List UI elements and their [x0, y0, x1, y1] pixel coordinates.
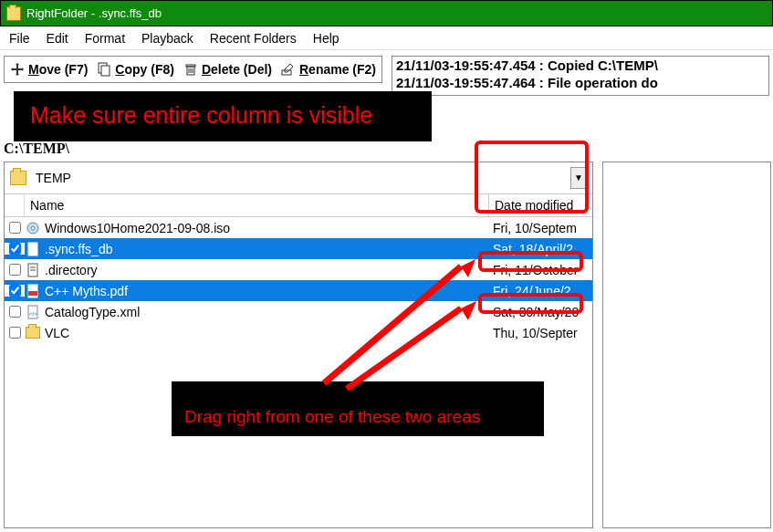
file-type-icon — [25, 263, 41, 277]
file-name: VLC — [45, 326, 489, 340]
table-row[interactable]: .sync.ffs_dbSat, 18/April/2 — [5, 238, 592, 259]
file-date: Sat, 30/May/20 — [489, 305, 592, 319]
table-row[interactable]: VLCThu, 10/Septer — [5, 322, 592, 343]
file-name: C++ Myths.pdf — [45, 284, 489, 298]
header-name[interactable]: Name — [25, 194, 489, 216]
file-type-icon: </> — [25, 305, 41, 319]
folder-icon — [10, 171, 26, 185]
title-bar: RightFolder - .sync.ffs_db — [0, 0, 773, 26]
breadcrumb[interactable]: C:\TEMP\ — [4, 141, 69, 157]
menu-recent-folders[interactable]: Recent Folders — [210, 31, 297, 46]
header-checkbox-col[interactable] — [5, 194, 25, 216]
table-row[interactable]: C++ Myths.pdfFri, 24/June/2 — [5, 280, 592, 301]
row-checkbox[interactable] — [5, 327, 25, 339]
svg-point-9 — [31, 226, 35, 230]
svg-rect-17 — [28, 291, 37, 296]
file-type-icon — [25, 221, 41, 235]
column-headers: Name Date modified — [5, 193, 592, 217]
window-title: RightFolder - .sync.ffs_db — [26, 6, 162, 20]
app-folder-icon — [6, 6, 21, 21]
file-date: Fri, 10/Septem — [489, 221, 592, 235]
rename-button[interactable]: Rename (F2) — [281, 62, 376, 77]
file-type-icon — [25, 326, 41, 340]
menu-format[interactable]: Format — [85, 31, 125, 46]
trash-icon — [183, 62, 198, 77]
file-rows: Windows10Home2021-09-08.isoFri, 10/Septe… — [5, 217, 592, 343]
rename-icon — [281, 62, 296, 77]
file-name: CatalogType.xml — [45, 305, 489, 319]
row-checkbox[interactable] — [5, 264, 25, 276]
path-bar: ▼ — [5, 162, 592, 193]
menu-edit[interactable]: Edit — [47, 31, 68, 46]
log-line: 21/11/03-19:55:47.464 : File operation d… — [396, 75, 765, 92]
file-name: .directory — [45, 263, 489, 277]
svg-text:</>: </> — [29, 311, 37, 317]
row-checkbox[interactable] — [5, 243, 25, 255]
log-panel: 21/11/03-19:55:47.454 : Copied C:\TEMP\ … — [392, 56, 769, 96]
table-row[interactable]: .directoryFri, 11/October — [5, 259, 592, 280]
preview-pane — [602, 162, 771, 528]
annotation-bottom: Drag right from one of these two areas — [172, 381, 544, 436]
file-type-icon — [25, 284, 41, 298]
file-name: .sync.ffs_db — [45, 242, 489, 256]
menu-help[interactable]: Help — [313, 31, 339, 46]
menu-file[interactable]: File — [9, 31, 30, 46]
annotation-top: Make sure entire column is visible — [14, 91, 432, 141]
delete-button[interactable]: Delete (Del) — [183, 62, 272, 77]
log-line: 21/11/03-19:55:47.454 : Copied C:\TEMP\ — [396, 57, 765, 75]
header-date-modified[interactable]: Date modified — [489, 194, 592, 216]
move-icon — [10, 62, 25, 77]
path-input[interactable] — [32, 167, 565, 189]
row-checkbox[interactable] — [5, 222, 25, 234]
menu-bar: File Edit Format Playback Recent Folders… — [0, 26, 773, 50]
file-type-icon — [25, 242, 41, 256]
svg-rect-1 — [101, 66, 110, 76]
file-date: Thu, 10/Septer — [489, 326, 592, 340]
menu-playback[interactable]: Playback — [141, 31, 193, 46]
file-date: Sat, 18/April/2 — [489, 242, 592, 256]
move-button[interactable]: Move (F7) — [10, 62, 88, 77]
copy-icon — [97, 62, 111, 77]
copy-button[interactable]: Copy (F8) — [97, 62, 174, 77]
file-pane: ▼ Name Date modified Windows10Home2021-0… — [4, 162, 593, 528]
svg-rect-3 — [186, 65, 195, 67]
table-row[interactable]: </>CatalogType.xmlSat, 30/May/20 — [5, 301, 592, 322]
path-dropdown[interactable]: ▼ — [570, 167, 587, 189]
file-name: Windows10Home2021-09-08.iso — [45, 221, 489, 235]
file-date: Fri, 11/October — [489, 263, 592, 277]
row-checkbox[interactable] — [5, 285, 25, 297]
table-row[interactable]: Windows10Home2021-09-08.isoFri, 10/Septe… — [5, 217, 592, 238]
file-date: Fri, 24/June/2 — [489, 284, 592, 298]
row-checkbox[interactable] — [5, 306, 25, 318]
toolbar: Move (F7) Copy (F8) Delete (Del) Rename … — [4, 56, 382, 83]
